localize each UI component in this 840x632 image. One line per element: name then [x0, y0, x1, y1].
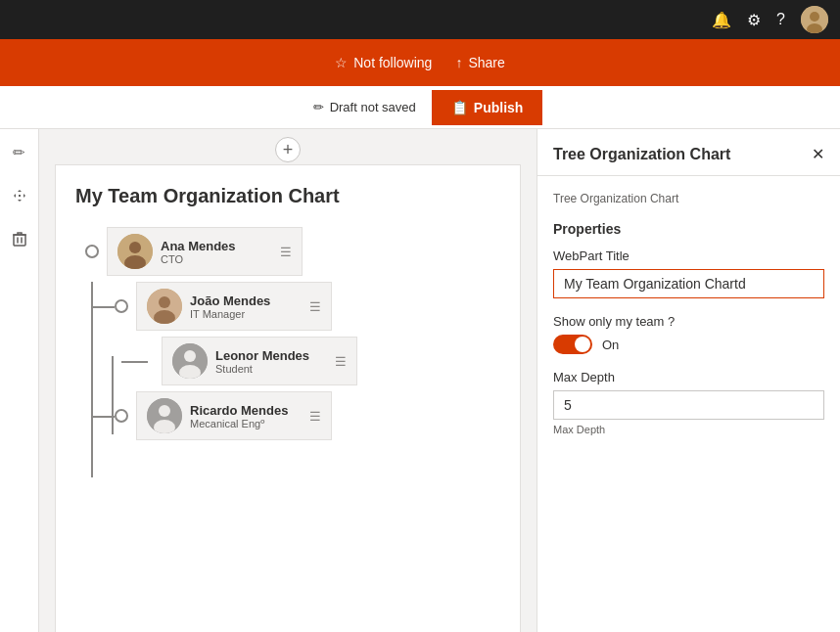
v-line-main: [91, 282, 93, 477]
move-icon[interactable]: [4, 180, 35, 211]
org-role: Mecanical Engº: [190, 418, 302, 429]
toggle-switch[interactable]: [553, 335, 592, 354]
svg-point-9: [159, 296, 170, 308]
org-name: Ana Mendes: [161, 239, 272, 253]
org-card-2[interactable]: Leonor Mendes Student ☰: [162, 337, 357, 385]
properties-label: Properties: [553, 221, 824, 237]
main-layout: ✏ + My Team Organization Chart: [0, 129, 840, 632]
connector-dot-ricardo: [115, 409, 128, 423]
draft-label: Draft not saved: [330, 100, 416, 114]
svg-point-15: [159, 405, 170, 417]
svg-rect-3: [19, 195, 21, 197]
top-navigation: 🔔 ⚙ ?: [0, 0, 840, 39]
table-row: Ricardo Mendes Mecanical Engº ☰: [115, 391, 500, 440]
panel-subtitle: Tree Organization Chart: [553, 192, 824, 205]
share-button[interactable]: ↑ Share: [455, 55, 504, 70]
max-depth-label: Max Depth: [553, 370, 824, 384]
org-card-0[interactable]: Ana Mendes CTO ☰: [107, 227, 303, 276]
max-depth-input[interactable]: [553, 390, 824, 420]
webpart-title: My Team Organization Chart: [75, 185, 500, 207]
v-line-joao: [112, 356, 114, 434]
org-name: João Mendes: [190, 293, 302, 308]
h-line: [92, 306, 115, 308]
book-icon: 📋: [451, 100, 468, 115]
slider: [553, 335, 592, 354]
toggle-row: On: [553, 335, 824, 354]
add-section-button[interactable]: +: [275, 137, 301, 162]
person-list-icon: ☰: [309, 409, 321, 424]
delete-icon[interactable]: [4, 223, 35, 254]
share-icon: ↑: [455, 55, 462, 70]
avatar-ricardo: [147, 398, 182, 433]
show-only-label: Show only my team ?: [553, 314, 824, 329]
share-label: Share: [468, 55, 504, 70]
avatar[interactable]: [801, 6, 828, 33]
webpart-title-label: WebPart Title: [553, 248, 824, 263]
table-row: Leonor Mendes Student ☰: [148, 337, 500, 385]
canvas-area: + My Team Organization Chart Ana Mendes …: [39, 129, 537, 632]
gear-icon[interactable]: ⚙: [747, 11, 761, 29]
person-list-icon: ☰: [309, 299, 321, 314]
orange-bar: ☆ Not following ↑ Share: [0, 39, 840, 86]
right-panel-title: Tree Organization Chart: [553, 146, 730, 163]
org-card-3[interactable]: Ricardo Mendes Mecanical Engº ☰: [136, 391, 332, 440]
avatar-ana: [117, 234, 153, 269]
avatar-joao: [147, 289, 182, 324]
publish-label: Publish: [474, 100, 524, 115]
publish-button[interactable]: 📋 Publish: [432, 90, 543, 125]
webpart-container: My Team Organization Chart Ana Mendes CT…: [55, 164, 521, 632]
svg-point-6: [129, 242, 141, 253]
plus-icon: +: [283, 140, 294, 160]
bell-icon[interactable]: 🔔: [712, 11, 731, 29]
toolbar: ✏ Draft not saved 📋 Publish: [0, 86, 840, 129]
org-info-ricardo: Ricardo Mendes Mecanical Engº: [190, 403, 302, 429]
org-role: Student: [215, 363, 327, 375]
org-role: CTO: [161, 253, 272, 265]
star-icon: ☆: [335, 55, 348, 70]
pencil-icon: ✏: [313, 100, 324, 114]
table-row: Ana Mendes CTO ☰: [85, 227, 500, 276]
right-panel-body: Tree Organization Chart Properties WebPa…: [537, 176, 840, 632]
org-chart: Ana Mendes CTO ☰: [75, 227, 500, 440]
close-icon: ✕: [812, 146, 824, 162]
left-sidebar: ✏: [0, 129, 39, 632]
org-info-ana: Ana Mendes CTO: [161, 239, 272, 265]
connector-dot-joao: [115, 299, 128, 313]
svg-point-1: [810, 12, 819, 22]
connector-dot: [85, 245, 99, 258]
avatar-leonor: [172, 343, 208, 379]
toggle-state-label: On: [602, 338, 619, 352]
not-following-button[interactable]: ☆ Not following: [335, 55, 432, 70]
right-panel: Tree Organization Chart ✕ Tree Organizat…: [537, 129, 840, 632]
right-panel-header: Tree Organization Chart ✕: [537, 129, 840, 176]
edit-icon[interactable]: ✏: [4, 137, 35, 168]
max-depth-hint: Max Depth: [553, 424, 824, 435]
org-name: Ricardo Mendes: [190, 403, 302, 418]
h-line-3: [92, 416, 115, 418]
webpart-title-input[interactable]: [553, 269, 824, 298]
org-info-joao: João Mendes IT Manager: [190, 293, 302, 320]
svg-rect-4: [14, 235, 25, 246]
table-row: João Mendes IT Manager ☰: [115, 282, 500, 331]
person-list-icon: ☰: [335, 354, 347, 369]
org-role: IT Manager: [190, 308, 302, 320]
h-line-2: [121, 361, 148, 363]
close-button[interactable]: ✕: [812, 145, 824, 163]
org-card-1[interactable]: João Mendes IT Manager ☰: [136, 282, 332, 331]
draft-button[interactable]: ✏ Draft not saved: [298, 100, 432, 114]
person-list-icon: ☰: [280, 245, 292, 259]
svg-point-12: [184, 350, 196, 362]
org-info-leonor: Leonor Mendes Student: [215, 348, 327, 375]
org-name: Leonor Mendes: [215, 348, 327, 363]
help-icon[interactable]: ?: [776, 11, 785, 28]
not-following-label: Not following: [353, 55, 432, 70]
